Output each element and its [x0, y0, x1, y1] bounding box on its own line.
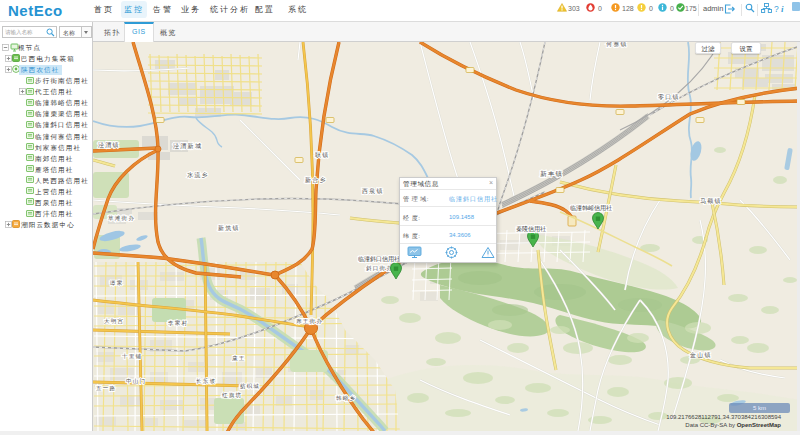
svg-text:耿镇: 耿镇 — [315, 152, 330, 158]
svg-text:斜口街办: 斜口街办 — [366, 265, 393, 272]
svg-text:康王: 康王 — [232, 355, 246, 361]
svg-text:秦陵信用社: 秦陵信用社 — [516, 225, 546, 233]
svg-text:韩峪乡: 韩峪乡 — [336, 395, 356, 401]
svg-text:红旗坊: 红旗坊 — [222, 392, 242, 399]
svg-text:李家村: 李家村 — [168, 320, 188, 327]
svg-text:纺织城: 纺织城 — [240, 383, 260, 390]
svg-text:十里铺: 十里铺 — [122, 353, 142, 359]
svg-text:草滩街办: 草滩街办 — [108, 215, 135, 222]
svg-text:西泉镇: 西泉镇 — [362, 188, 384, 195]
svg-text:新合乡: 新合乡 — [305, 176, 327, 184]
svg-text:泾渭镇: 泾渭镇 — [98, 141, 120, 148]
svg-text:临潼韩峪信用社: 临潼韩峪信用社 — [570, 204, 612, 212]
svg-text:金山镇: 金山镇 — [689, 352, 712, 358]
svg-text:马额镇: 马额镇 — [700, 197, 722, 204]
svg-text:五一路: 五一路 — [96, 385, 116, 391]
svg-text:席王街办: 席王街办 — [296, 318, 323, 325]
svg-text:大明宫: 大明宫 — [104, 318, 124, 325]
svg-text:零口镇: 零口镇 — [658, 94, 680, 101]
svg-text:新丰镇: 新丰镇 — [540, 170, 563, 177]
svg-text:新筑镇: 新筑镇 — [218, 224, 240, 232]
svg-text:何寨镇: 何寨镇 — [606, 42, 628, 47]
svg-text:中山门: 中山门 — [126, 378, 146, 384]
svg-text:临潼斜口信用社: 临潼斜口信用社 — [358, 255, 400, 263]
svg-text:水流乡: 水流乡 — [187, 171, 209, 179]
svg-text:谭家: 谭家 — [109, 280, 124, 286]
svg-text:长乐坡: 长乐坡 — [196, 378, 216, 384]
svg-text:泾渭新城: 泾渭新城 — [173, 142, 202, 149]
